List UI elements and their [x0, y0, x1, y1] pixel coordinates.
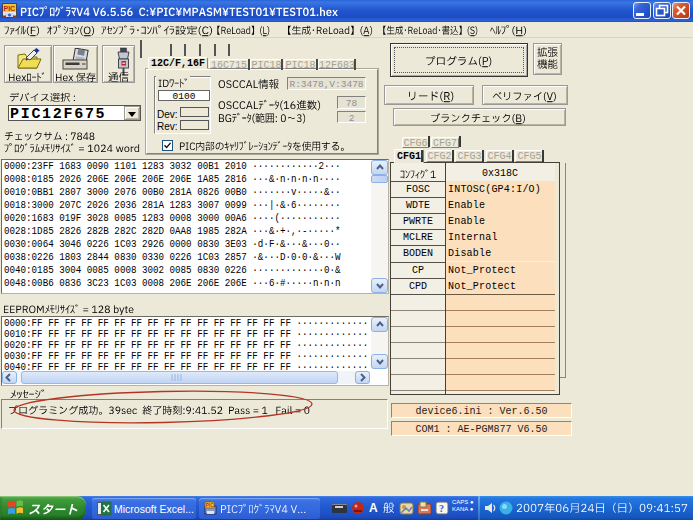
svg-text:PIC: PIC: [206, 503, 214, 508]
svg-text:PIC: PIC: [4, 5, 16, 12]
svg-text:?: ?: [439, 503, 444, 514]
